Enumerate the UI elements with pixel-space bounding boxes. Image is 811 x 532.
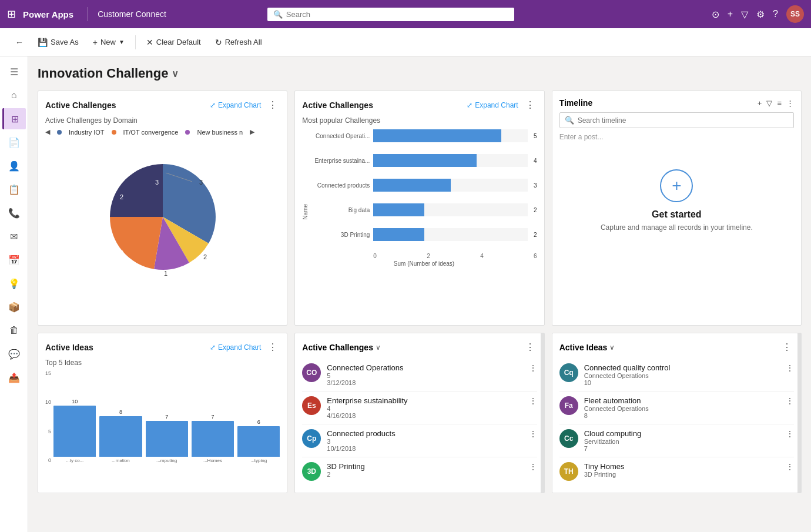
timeline-columns-icon[interactable]: ≡ [777, 99, 782, 108]
timeline-more-btn[interactable]: ⋮ [786, 99, 794, 108]
ideas-x-label-5: ...typing [237, 458, 280, 463]
card-title-2: Active Challenges [302, 101, 373, 110]
list-title-area-5: Active Challenges ∨ [302, 343, 381, 352]
list-item-more-4[interactable]: ⋮ [529, 462, 537, 471]
sidebar-item-calendar[interactable]: 📅 [2, 249, 26, 270]
list-chevron-6[interactable]: ∨ [609, 343, 615, 352]
bar-value-1: 5 [534, 133, 537, 139]
settings-icon[interactable]: ⚙ [756, 9, 765, 20]
ideas-item-more-2[interactable]: ⋮ [786, 396, 794, 406]
ideas-bar-col-2: 8 [99, 409, 142, 457]
new-dropdown-icon[interactable]: ▼ [119, 39, 125, 45]
bar-value-2: 4 [534, 158, 537, 164]
bar-chart-subtitle: Most popular Challenges [302, 116, 537, 125]
save-as-button[interactable]: 💾 Save As [32, 34, 85, 51]
avatar[interactable]: SS [786, 5, 804, 23]
ideas-avatar-4: TH [559, 462, 578, 481]
sidebar-item-email[interactable]: ✉ [2, 226, 26, 247]
sidebar-item-dashboard[interactable]: ⊞ [2, 108, 26, 129]
page-title-chevron[interactable]: ∨ [172, 68, 179, 79]
challenges-list-scroll[interactable]: CO Connected Operations 5 3/12/2018 ⋮ Es [302, 359, 537, 486]
back-button[interactable]: ← [9, 34, 29, 51]
help-icon[interactable]: ? [773, 9, 778, 19]
timeline-search[interactable]: 🔍 [559, 112, 794, 128]
ideas-item-content-3: Cloud computing Servitization 7 [584, 429, 780, 452]
ideas-item-more-1[interactable]: ⋮ [786, 363, 794, 373]
list-avatar-4: 3D [302, 462, 321, 481]
left-sidebar: ☰ ⌂ ⊞ 📄 👤 📋 📞 ✉ 📅 💡 📦 🗑 💬 📤 [0, 56, 28, 532]
main-content: Innovation Challenge ∨ Active Challenges… [28, 56, 811, 532]
search-icon: 🔍 [273, 10, 283, 19]
list-item-title-2: Enterprise sustainability [327, 396, 522, 405]
bar-row-2: Enterprise sustaina... 4 [311, 154, 537, 167]
bar-label-4: Big data [311, 207, 370, 213]
legend-next[interactable]: ▶ [250, 128, 254, 136]
list-item-more-1[interactable]: ⋮ [529, 363, 537, 373]
list-more-6[interactable]: ⋮ [780, 340, 794, 354]
scroll-indicator-5[interactable] [541, 333, 544, 493]
list-item-more-2[interactable]: ⋮ [529, 396, 537, 406]
search-input[interactable] [286, 10, 508, 19]
nav-divider [88, 7, 88, 21]
list-more-5[interactable]: ⋮ [523, 340, 537, 354]
ideas-item-more-3[interactable]: ⋮ [786, 429, 794, 439]
legend-prev[interactable]: ◀ [45, 128, 50, 136]
ideas-x-label-1: ...ty co... [53, 458, 96, 463]
expand-chart-btn-2[interactable]: ⤢ Expand Chart [467, 101, 518, 109]
more-menu-btn-1[interactable]: ⋮ [266, 98, 280, 112]
expand-chart-btn-1[interactable]: ⤢ Expand Chart [210, 101, 261, 109]
nav-icons: ⊙ + ▽ ⚙ ? SS [712, 5, 804, 23]
ideas-item-more-4[interactable]: ⋮ [786, 462, 794, 471]
expand-chart-btn-4[interactable]: ⤢ Expand Chart [210, 343, 261, 352]
list-title-area-6: Active Ideas ∨ [559, 343, 615, 352]
timeline-search-input[interactable] [578, 116, 789, 125]
more-menu-btn-4[interactable]: ⋮ [266, 340, 280, 354]
legend-dot-3 [185, 130, 190, 135]
pie-label-4: 2 [120, 249, 123, 256]
timeline-add-icon[interactable]: + [758, 99, 762, 108]
ideas-bar-val-4: 7 [211, 414, 214, 420]
bar-fill-3 [373, 179, 450, 192]
list-chevron-5[interactable]: ∨ [376, 343, 381, 352]
sidebar-item-export[interactable]: 📤 [2, 367, 26, 388]
sidebar-item-home[interactable]: ⌂ [2, 85, 26, 106]
more-menu-btn-2[interactable]: ⋮ [523, 98, 537, 112]
timeline-filter-icon[interactable]: ▽ [766, 99, 772, 108]
filter-icon[interactable]: ▽ [741, 9, 748, 20]
search-bar[interactable]: 🔍 [267, 8, 514, 21]
sidebar-item-products[interactable]: 📦 [2, 296, 26, 317]
sidebar-item-ideas[interactable]: 💡 [2, 273, 26, 294]
sidebar-item-calls[interactable]: 📞 [2, 202, 26, 223]
sidebar-item-activities[interactable]: 📋 [2, 179, 26, 200]
sidebar-item-chat[interactable]: 💬 [2, 343, 26, 364]
list-item-more-3[interactable]: ⋮ [529, 429, 537, 439]
timeline-description: Capture and manage all records in your t… [601, 223, 753, 232]
ideas-item-title-1: Connected quality control [584, 363, 780, 372]
bar-track-2 [373, 154, 528, 167]
ideas-list-item-3: Cc Cloud computing Servitization 7 ⋮ [559, 424, 794, 457]
list-item-sub-4: 2 [327, 471, 522, 478]
timeline-plus-icon[interactable]: + [660, 169, 693, 202]
legend-dot-1 [57, 130, 62, 135]
new-button[interactable]: + New ▼ [87, 34, 130, 51]
page-title: Innovation Challenge [38, 66, 168, 81]
refresh-all-button[interactable]: ↻ Refresh All [209, 34, 268, 51]
scroll-indicator-6[interactable] [797, 333, 801, 493]
circle-icon[interactable]: ⊙ [712, 9, 719, 20]
sidebar-item-contacts[interactable]: 👤 [2, 155, 26, 176]
grid-icon[interactable]: ⊞ [7, 8, 16, 21]
timeline-card: Timeline + ▽ ≡ ⋮ 🔍 Enter a post... + Get… [552, 91, 802, 326]
main-layout: ☰ ⌂ ⊞ 📄 👤 📋 📞 ✉ 📅 💡 📦 🗑 💬 📤 Innovation C… [0, 56, 811, 532]
ideas-list-scroll[interactable]: Cq Connected quality control Connected O… [559, 359, 794, 486]
sidebar-item-documents[interactable]: 📄 [2, 132, 26, 153]
bar-value-5: 2 [534, 232, 537, 238]
ideas-bar-col-1: 10 [53, 399, 96, 457]
sidebar-item-trash[interactable]: 🗑 [2, 320, 26, 341]
list-item-content-4: 3D Printing 2 [327, 462, 522, 478]
pie-label-ext-1: 3 [199, 179, 203, 186]
ideas-item-title-3: Cloud computing [584, 429, 780, 438]
plus-icon[interactable]: + [728, 9, 733, 19]
ideas-avatar-1: Cq [559, 363, 578, 382]
clear-default-button[interactable]: ✕ Clear Default [140, 34, 207, 51]
sidebar-item-menu[interactable]: ☰ [2, 61, 26, 82]
